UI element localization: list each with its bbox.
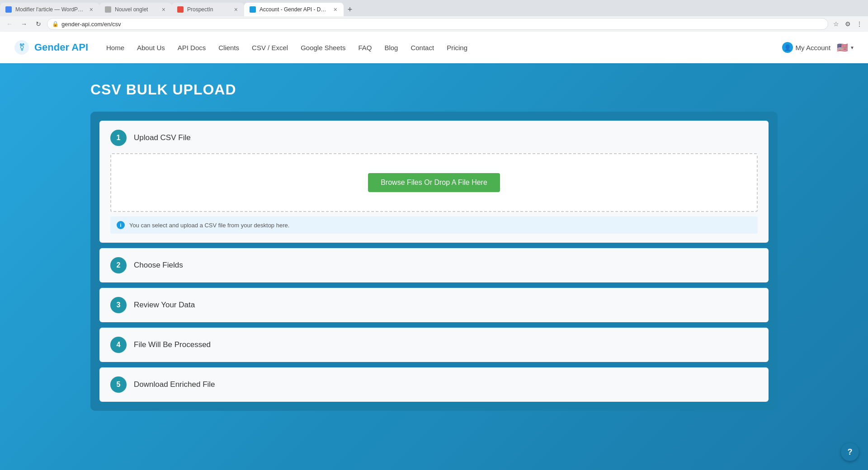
step-1-title: Upload CSV File <box>134 133 191 142</box>
step-4-title: File Will Be Processed <box>134 340 211 349</box>
page-title: CSV BULK UPLOAD <box>90 81 778 98</box>
new-tab-button[interactable]: + <box>344 3 356 16</box>
step-1-header: 1 Upload CSV File <box>110 130 758 146</box>
nav-pricing[interactable]: Pricing <box>447 44 467 52</box>
nav-contact[interactable]: Contact <box>410 44 434 52</box>
flag-emoji: 🇺🇸 <box>837 42 848 53</box>
logo-icon: ⚧ <box>14 39 30 56</box>
step-2-header: 2 Choose Fields <box>110 257 758 273</box>
main-content: CSV BULK UPLOAD 1 Upload CSV File Browse… <box>0 63 868 429</box>
my-account-button[interactable]: 👤 My Account <box>782 42 831 53</box>
site-navbar: ⚧ Gender API Home About Us API Docs Clie… <box>0 32 868 63</box>
tab-favicon <box>105 6 111 13</box>
language-selector[interactable]: 🇺🇸 ▼ <box>837 42 854 53</box>
tab-wordpress[interactable]: Modifier l'article — WordPress × <box>0 3 99 16</box>
upload-info-text: You can select and upload a CSV file fro… <box>129 222 289 229</box>
tab-favicon <box>250 6 256 13</box>
tab-close-icon[interactable]: × <box>89 5 94 14</box>
step-4-header: 4 File Will Be Processed <box>110 337 758 353</box>
back-button[interactable]: ← <box>4 18 15 30</box>
step-3-card: 3 Review Your Data <box>99 288 769 322</box>
logo-text: Gender API <box>34 42 88 53</box>
forward-button[interactable]: → <box>18 18 30 30</box>
upload-dropzone[interactable]: Browse Files Or Drop A File Here <box>110 153 758 212</box>
step-5-number: 5 <box>110 376 127 393</box>
step-5-header: 5 Download Enriched File <box>110 376 758 393</box>
toolbar-actions: ☆ ⚙ ⋮ <box>831 19 864 29</box>
nav-blog[interactable]: Blog <box>384 44 398 52</box>
address-text: gender-api.com/en/csv <box>61 21 823 28</box>
nav-home[interactable]: Home <box>106 44 124 52</box>
step-2-title: Choose Fields <box>134 261 183 270</box>
browse-files-button[interactable]: Browse Files Or Drop A File Here <box>368 173 500 192</box>
tab-prospectin[interactable]: ProspectIn × <box>172 3 244 16</box>
nav-about[interactable]: About Us <box>137 44 165 52</box>
nav-api-docs[interactable]: API Docs <box>178 44 206 52</box>
step-1-card: 1 Upload CSV File Browse Files Or Drop A… <box>99 121 769 243</box>
step-3-title: Review Your Data <box>134 301 195 310</box>
nav-right: 👤 My Account 🇺🇸 ▼ <box>782 42 854 53</box>
tab-bar: Modifier l'article — WordPress × Nouvel … <box>0 0 868 16</box>
tab-nouvel-onglet[interactable]: Nouvel onglet × <box>99 3 172 16</box>
tab-close-icon[interactable]: × <box>233 5 239 14</box>
svg-text:⚧: ⚧ <box>19 43 25 51</box>
browser-toolbar: ← → ↻ 🔒 gender-api.com/en/csv ☆ ⚙ ⋮ <box>0 16 868 32</box>
step-3-header: 3 Review Your Data <box>110 297 758 313</box>
nav-csv-excel[interactable]: CSV / Excel <box>252 44 288 52</box>
step-5-card: 5 Download Enriched File <box>99 367 769 402</box>
step-2-number: 2 <box>110 257 127 273</box>
logo-area[interactable]: ⚧ Gender API <box>14 39 88 56</box>
menu-icon[interactable]: ⋮ <box>854 19 864 29</box>
address-bar[interactable]: 🔒 gender-api.com/en/csv <box>47 18 828 30</box>
tab-close-icon[interactable]: × <box>333 5 338 14</box>
step-2-card: 2 Choose Fields <box>99 248 769 282</box>
tab-favicon <box>177 6 184 13</box>
tab-genderapi[interactable]: Account - Gender API - Determ... × <box>244 3 344 16</box>
step-3-number: 3 <box>110 297 127 313</box>
tab-title-active: Account - Gender API - Determ... <box>259 6 329 13</box>
nav-clients[interactable]: Clients <box>218 44 239 52</box>
tab-title: ProspectIn <box>187 6 230 13</box>
nav-links: Home About Us API Docs Clients CSV / Exc… <box>106 44 782 52</box>
step-1-number: 1 <box>110 130 127 146</box>
nav-google-sheets[interactable]: Google Sheets <box>301 44 345 52</box>
step-4-number: 4 <box>110 337 127 353</box>
help-button[interactable]: ? <box>841 443 859 461</box>
tab-close-icon[interactable]: × <box>161 5 166 14</box>
tab-title: Modifier l'article — WordPress <box>15 6 85 13</box>
reload-button[interactable]: ↻ <box>33 18 44 30</box>
chevron-down-icon: ▼ <box>850 45 854 50</box>
tab-title: Nouvel onglet <box>115 6 157 13</box>
extensions-icon[interactable]: ⚙ <box>843 19 853 29</box>
bookmark-icon[interactable]: ☆ <box>831 19 841 29</box>
upload-info: i You can select and upload a CSV file f… <box>110 216 758 234</box>
my-account-label: My Account <box>796 44 831 52</box>
step-4-card: 4 File Will Be Processed <box>99 328 769 362</box>
step-5-title: Download Enriched File <box>134 380 215 389</box>
tab-favicon <box>5 6 12 13</box>
steps-container: 1 Upload CSV File Browse Files Or Drop A… <box>90 112 778 411</box>
nav-faq[interactable]: FAQ <box>358 44 372 52</box>
account-icon: 👤 <box>782 42 793 53</box>
info-icon: i <box>117 221 125 229</box>
browser-chrome: Modifier l'article — WordPress × Nouvel … <box>0 0 868 32</box>
lock-icon: 🔒 <box>52 21 59 27</box>
